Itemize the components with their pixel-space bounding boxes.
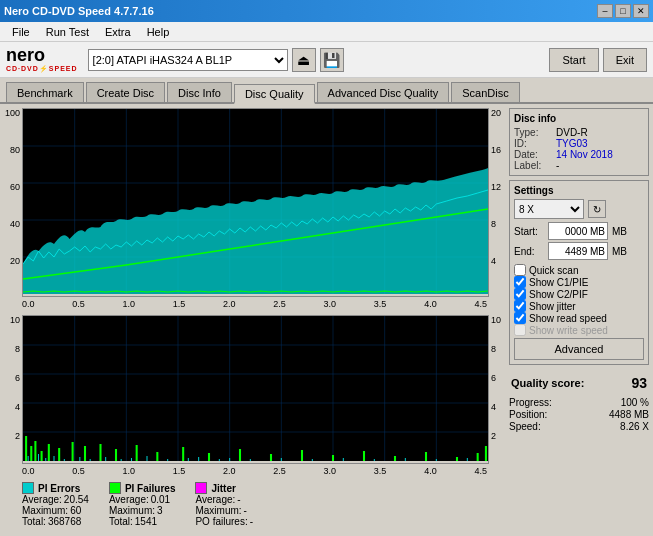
legend-pi-failures-total: Total: 1541 xyxy=(109,516,176,527)
jitter-color-box xyxy=(195,482,207,494)
start-row: Start: MB xyxy=(514,222,644,240)
menu-bar: File Run Test Extra Help xyxy=(0,22,653,42)
top-y-axis-right: 20 16 12 8 4 xyxy=(489,108,505,293)
show-jitter-row: Show jitter xyxy=(514,300,644,312)
close-button[interactable]: ✕ xyxy=(633,4,649,18)
legend-pi-errors-avg: Average: 20.54 xyxy=(22,494,89,505)
bottom-y-axis-right: 10 8 6 4 2 xyxy=(489,315,505,460)
top-x-axis: 0.00.51.01.52.02.53.03.54.04.5 xyxy=(4,299,505,309)
show-c2pif-row: Show C2/PIF xyxy=(514,288,644,300)
start-button[interactable]: Start xyxy=(549,48,598,72)
legend-pi-errors-max: Maximum: 60 xyxy=(22,505,89,516)
bottom-y-axis-left: 10 8 6 4 2 xyxy=(4,315,22,460)
legend-pi-errors-total: Total: 368768 xyxy=(22,516,89,527)
progress-row: Progress: 100 % xyxy=(509,397,649,408)
disc-date-row: Date: 14 Nov 2018 xyxy=(514,149,644,160)
speed-row-progress: Speed: 8.26 X xyxy=(509,421,649,432)
tab-benchmark[interactable]: Benchmark xyxy=(6,82,84,102)
speed-row: 8 X ↻ xyxy=(514,199,644,219)
top-chart-wrapper: 100 80 60 40 20 xyxy=(4,108,505,297)
bottom-chart-wrapper: 10 8 6 4 2 xyxy=(4,315,505,464)
show-c1pie-checkbox[interactable] xyxy=(514,276,526,288)
menu-help[interactable]: Help xyxy=(139,22,178,42)
minimize-button[interactable]: – xyxy=(597,4,613,18)
legend-pi-errors: PI Errors Average: 20.54 Maximum: 60 Tot… xyxy=(22,482,89,527)
toolbar: nero CD·DVD⚡SPEED [2:0] ATAPI iHAS324 A … xyxy=(0,42,653,78)
end-row: End: MB xyxy=(514,242,644,260)
bottom-x-axis: 0.00.51.01.52.02.53.03.54.04.5 xyxy=(4,466,505,476)
app-title: Nero CD-DVD Speed 4.7.7.16 xyxy=(4,5,154,17)
legend-jitter-max: Maximum: - xyxy=(195,505,253,516)
quality-score-panel: Quality score: 93 xyxy=(509,373,649,393)
quality-score-value: 93 xyxy=(631,375,647,391)
settings-refresh-icon[interactable]: ↻ xyxy=(588,200,606,218)
quick-scan-row: Quick scan xyxy=(514,264,644,276)
title-bar-buttons: – □ ✕ xyxy=(597,4,649,18)
top-y-axis-left: 100 80 60 40 20 xyxy=(4,108,22,293)
legend-pi-failures: PI Failures Average: 0.01 Maximum: 3 Tot… xyxy=(109,482,176,527)
logo-cdspeed: CD·DVD⚡SPEED xyxy=(6,65,78,73)
disc-type-row: Type: DVD-R xyxy=(514,127,644,138)
menu-runtest[interactable]: Run Test xyxy=(38,22,97,42)
logo-nero: nero xyxy=(6,46,78,66)
legend-pi-failures-max: Maximum: 3 xyxy=(109,505,176,516)
legend-pi-errors-title: PI Errors xyxy=(22,482,89,494)
legend-jitter: Jitter Average: - Maximum: - PO failures… xyxy=(195,482,253,527)
end-input[interactable] xyxy=(548,242,608,260)
quick-scan-checkbox[interactable] xyxy=(514,264,526,276)
disc-info-panel: Disc info Type: DVD-R ID: TYG03 Date: 14… xyxy=(509,108,649,176)
chart-area: 100 80 60 40 20 xyxy=(4,108,505,532)
settings-title: Settings xyxy=(514,185,644,196)
show-jitter-checkbox[interactable] xyxy=(514,300,526,312)
progress-panel: Progress: 100 % Position: 4488 MB Speed:… xyxy=(509,397,649,433)
speed-select[interactable]: 8 X xyxy=(514,199,584,219)
title-bar: Nero CD-DVD Speed 4.7.7.16 – □ ✕ xyxy=(0,0,653,22)
menu-extra[interactable]: Extra xyxy=(97,22,139,42)
disc-id-row: ID: TYG03 xyxy=(514,138,644,149)
start-label: Start: xyxy=(514,226,544,237)
top-chart xyxy=(22,108,489,297)
disc-info-title: Disc info xyxy=(514,113,644,124)
eject-icon[interactable]: ⏏ xyxy=(292,48,316,72)
show-jitter-label: Show jitter xyxy=(529,301,576,312)
logo: nero CD·DVD⚡SPEED xyxy=(6,46,78,74)
tab-disc-info[interactable]: Disc Info xyxy=(167,82,232,102)
show-read-speed-row: Show read speed xyxy=(514,312,644,324)
advanced-button[interactable]: Advanced xyxy=(514,338,644,360)
tab-scandisc[interactable]: ScanDisc xyxy=(451,82,519,102)
start-input[interactable] xyxy=(548,222,608,240)
tab-disc-quality[interactable]: Disc Quality xyxy=(234,84,315,104)
quality-score-label: Quality score: xyxy=(511,377,584,389)
show-write-speed-row: Show write speed xyxy=(514,324,644,336)
legend: PI Errors Average: 20.54 Maximum: 60 Tot… xyxy=(4,478,505,531)
position-row: Position: 4488 MB xyxy=(509,409,649,420)
show-write-speed-checkbox xyxy=(514,324,526,336)
tab-advanced-disc-quality[interactable]: Advanced Disc Quality xyxy=(317,82,450,102)
disc-label-row: Label: - xyxy=(514,160,644,171)
quick-scan-label: Quick scan xyxy=(529,265,578,276)
pi-errors-color-box xyxy=(22,482,34,494)
menu-file[interactable]: File xyxy=(4,22,38,42)
show-c1pie-row: Show C1/PIE xyxy=(514,276,644,288)
show-c2pif-checkbox[interactable] xyxy=(514,288,526,300)
pi-failures-color-box xyxy=(109,482,121,494)
bottom-chart xyxy=(22,315,489,464)
maximize-button[interactable]: □ xyxy=(615,4,631,18)
show-write-speed-label: Show write speed xyxy=(529,325,608,336)
drive-select[interactable]: [2:0] ATAPI iHAS324 A BL1P xyxy=(88,49,288,71)
bottom-chart-svg xyxy=(23,316,488,461)
legend-pi-failures-avg: Average: 0.01 xyxy=(109,494,176,505)
tab-create-disc[interactable]: Create Disc xyxy=(86,82,165,102)
legend-jitter-avg: Average: - xyxy=(195,494,253,505)
tabs-bar: Benchmark Create Disc Disc Info Disc Qua… xyxy=(0,78,653,104)
svg-rect-13 xyxy=(23,316,488,461)
show-read-speed-checkbox[interactable] xyxy=(514,312,526,324)
legend-jitter-title: Jitter xyxy=(195,482,253,494)
exit-button[interactable]: Exit xyxy=(603,48,647,72)
settings-panel: Settings 8 X ↻ Start: MB End: MB Quick s… xyxy=(509,180,649,365)
legend-jitter-po: PO failures: - xyxy=(195,516,253,527)
top-chart-svg xyxy=(23,109,488,294)
show-c1pie-label: Show C1/PIE xyxy=(529,277,588,288)
save-icon[interactable]: 💾 xyxy=(320,48,344,72)
legend-pi-failures-title: PI Failures xyxy=(109,482,176,494)
